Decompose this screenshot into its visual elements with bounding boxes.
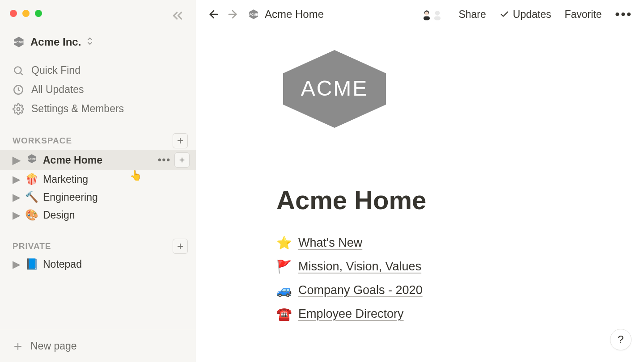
- main-area: ACME Acme Home Share U: [196, 0, 644, 362]
- page-actions-button[interactable]: •••: [158, 154, 171, 166]
- page-icon: 🎨: [25, 209, 38, 221]
- page-icon: 📘: [25, 258, 38, 270]
- page-link[interactable]: ☎️ Employee Directory: [276, 302, 644, 326]
- page-label: Marketing: [43, 173, 190, 185]
- add-workspace-page-button[interactable]: [173, 133, 188, 148]
- acme-logo-icon: ACME: [276, 46, 393, 131]
- page-link[interactable]: 🚩 Mission, Vision, Values: [276, 255, 644, 278]
- link-icon: ☎️: [276, 307, 292, 321]
- acme-badge-icon: ACME: [13, 36, 25, 48]
- expand-collapse-icon: [86, 37, 93, 47]
- workspace-switcher[interactable]: ACME Acme Inc.: [13, 36, 196, 48]
- updates-button[interactable]: Updates: [500, 8, 551, 21]
- window-controls: [10, 10, 42, 17]
- updates-label: Updates: [513, 8, 551, 21]
- page-label: Notepad: [43, 258, 190, 270]
- svg-text:ACME: ACME: [28, 158, 36, 160]
- caret-icon[interactable]: ▶: [13, 173, 21, 185]
- acme-badge-icon: ACME: [248, 8, 259, 20]
- topbar: ACME Acme Home Share U: [196, 0, 644, 29]
- svg-line-3: [21, 73, 23, 75]
- svg-rect-23: [424, 16, 430, 20]
- new-page-label: New page: [30, 340, 77, 352]
- nav-forward-button[interactable]: [226, 8, 239, 21]
- settings-members-label: Settings & Members: [31, 103, 124, 115]
- breadcrumb-icon: ACME: [248, 8, 259, 20]
- add-subpage-button[interactable]: [174, 152, 190, 168]
- new-page-button[interactable]: New page: [0, 330, 196, 362]
- page-title[interactable]: Acme Home: [276, 185, 644, 215]
- svg-point-25: [435, 11, 440, 16]
- plus-icon: [176, 137, 184, 145]
- caret-icon[interactable]: ▶: [13, 209, 21, 221]
- svg-rect-26: [434, 16, 441, 20]
- window-minimize-button[interactable]: [22, 10, 30, 17]
- link-label[interactable]: Employee Directory: [298, 307, 404, 321]
- workspace-section-header: WORKSPACE: [0, 132, 196, 150]
- link-icon: ⭐: [276, 236, 292, 250]
- page-link[interactable]: 🚙 Company Goals - 2020: [276, 278, 644, 302]
- page-link[interactable]: ⭐ What's New: [276, 231, 644, 255]
- favorite-label: Favorite: [564, 8, 602, 21]
- gear-icon: [13, 103, 24, 115]
- page-icon: 🔨: [25, 191, 38, 203]
- link-label[interactable]: Company Goals - 2020: [298, 283, 423, 297]
- workspace-name: Acme Inc.: [30, 36, 81, 48]
- settings-members-button[interactable]: Settings & Members: [0, 99, 196, 118]
- breadcrumb-title: Acme Home: [265, 8, 324, 21]
- page-cover-icon[interactable]: ACME: [196, 46, 644, 131]
- page-icon: ACME: [25, 153, 38, 167]
- nav-back-button[interactable]: [208, 8, 220, 21]
- plus-icon: [176, 242, 184, 250]
- svg-point-2: [14, 67, 21, 73]
- plus-icon: [13, 341, 23, 352]
- caret-icon[interactable]: ▶: [13, 258, 21, 270]
- sidebar-page-design[interactable]: ▶ 🎨 Design: [0, 206, 196, 224]
- search-icon: [13, 65, 24, 76]
- sidebar-page-acme-home[interactable]: ▶ ACME Acme Home •••: [0, 150, 196, 170]
- clock-icon: [13, 84, 24, 96]
- svg-text:ACME: ACME: [301, 76, 369, 100]
- breadcrumb[interactable]: ACME Acme Home: [248, 8, 324, 21]
- page-label: Engineering: [43, 191, 190, 203]
- sidebar-collapse-button[interactable]: [170, 8, 185, 25]
- caret-icon[interactable]: ▶: [13, 154, 21, 166]
- window-close-button[interactable]: [10, 10, 17, 17]
- plus-icon: [178, 156, 186, 164]
- private-section-title: PRIVATE: [13, 241, 51, 251]
- acme-badge-icon: ACME: [26, 153, 37, 164]
- sidebar-page-notepad[interactable]: ▶ 📘 Notepad: [0, 255, 196, 273]
- avatar-icon: [431, 8, 444, 21]
- page-label: Acme Home: [43, 154, 153, 166]
- page-links: ⭐ What's New 🚩 Mission, Vision, Values 🚙…: [276, 231, 644, 326]
- svg-text:ACME: ACME: [249, 13, 258, 16]
- link-label[interactable]: Mission, Vision, Values: [298, 260, 421, 274]
- caret-icon[interactable]: ▶: [13, 191, 21, 203]
- help-button[interactable]: ?: [610, 329, 631, 350]
- all-updates-label: All Updates: [31, 84, 84, 96]
- sidebar-page-engineering[interactable]: ▶ 🔨 Engineering: [0, 188, 196, 206]
- quick-find-button[interactable]: Quick Find: [0, 61, 196, 80]
- sidebar: ACME Acme Inc. Quick Find All Updates Se…: [0, 0, 196, 362]
- favorite-button[interactable]: Favorite: [564, 8, 602, 21]
- presence-avatars[interactable]: [419, 7, 445, 22]
- arrow-right-icon: [226, 8, 239, 21]
- double-chevron-left-icon: [170, 8, 185, 23]
- page-more-button[interactable]: •••: [615, 7, 632, 21]
- share-button[interactable]: Share: [458, 8, 486, 21]
- all-updates-button[interactable]: All Updates: [0, 80, 196, 99]
- window-zoom-button[interactable]: [35, 10, 42, 17]
- link-label[interactable]: What's New: [298, 236, 362, 250]
- page-label: Design: [43, 209, 190, 221]
- svg-text:ACME: ACME: [14, 40, 24, 44]
- link-icon: 🚩: [276, 259, 292, 274]
- add-private-page-button[interactable]: [173, 239, 188, 254]
- page-icon: 🍿: [25, 173, 38, 185]
- page-content: ACME Acme Home ⭐ What's New 🚩 Mission, V…: [196, 29, 644, 362]
- arrow-left-icon: [208, 8, 220, 21]
- svg-point-5: [17, 107, 20, 110]
- workspace-section-title: WORKSPACE: [13, 136, 72, 146]
- sidebar-page-marketing[interactable]: ▶ 🍿 Marketing: [0, 170, 196, 188]
- workspace-icon: ACME: [13, 36, 25, 48]
- svg-point-22: [425, 12, 429, 16]
